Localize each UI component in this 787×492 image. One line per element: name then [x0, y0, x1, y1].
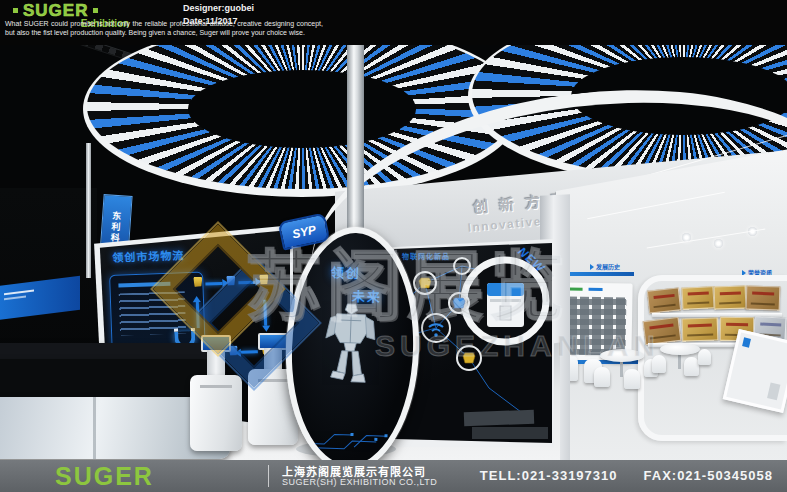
contact-info: TELL:021-33197310 FAX:021-50345058	[480, 468, 773, 483]
screen-heading	[118, 282, 170, 288]
interactive-kiosk	[190, 335, 242, 451]
booth-render: 创新方案 · 智享人生 Innovative solutions for sma…	[0, 45, 787, 460]
kiosk-label	[258, 379, 288, 382]
table	[660, 343, 700, 355]
award-plaque	[681, 286, 714, 310]
history-section-header: 发展历史	[590, 262, 620, 271]
footer-logo: SUGER	[55, 462, 154, 491]
bin-icon	[463, 353, 475, 363]
logo-square-icon	[93, 8, 98, 13]
blue-stripe	[568, 272, 634, 276]
right-display-area: 发展历史 荣誉资质	[556, 143, 787, 460]
flow-arrow-icon	[238, 281, 255, 284]
bin-icon	[453, 298, 465, 308]
arrow-marker-icon	[590, 264, 594, 270]
footer-divider	[268, 465, 269, 487]
fax: FAX:021-50345058	[644, 468, 773, 483]
table	[600, 349, 644, 362]
telephone: TELL:021-33197310	[480, 468, 618, 483]
logo-square-icon	[13, 8, 18, 13]
chair	[698, 349, 711, 365]
company-name-english: SUGER(SH) EXHIBITION CO.,LTD	[282, 477, 437, 487]
flow-arrow-icon	[264, 300, 267, 326]
award-plaque	[647, 287, 681, 313]
bin-icon	[193, 277, 202, 287]
bin-icon	[419, 278, 431, 288]
spotlight	[714, 239, 723, 248]
market-wall-title: 领创市场物流	[112, 246, 185, 265]
chair	[684, 357, 699, 376]
oval-title-line1: 领创	[331, 262, 362, 282]
robot-graphic	[317, 297, 382, 391]
banner-pole	[86, 143, 91, 278]
award-plaque	[746, 285, 781, 310]
bin-icon	[259, 274, 268, 284]
canopy-etch-line	[647, 229, 766, 249]
bin-icon	[226, 275, 235, 285]
chair	[624, 369, 640, 389]
sign-logo-mark	[742, 337, 751, 347]
designer-credit: Designer:guobei	[183, 2, 254, 15]
flow-arrow-icon	[205, 282, 222, 285]
award-plaque	[714, 285, 747, 309]
design-board: SUGER Exhibition Designer:guobei Date:11…	[0, 0, 787, 492]
kiosk-label	[200, 385, 231, 388]
photo-thumbnails	[567, 296, 626, 355]
center-pole	[347, 45, 364, 240]
company-description: What SUGER could promise is not only the…	[5, 19, 323, 38]
chair	[594, 367, 610, 387]
award-plaque	[682, 317, 719, 341]
chair	[652, 355, 666, 373]
footer-bar: SUGER 上海苏阁展览展示有限公司 SUGER(SH) EXHIBITION …	[0, 460, 787, 492]
header-bar: SUGER Exhibition Designer:guobei Date:11…	[0, 0, 787, 45]
sign-figure	[767, 382, 780, 400]
award-plaque	[643, 317, 682, 345]
canopy-etch-line	[587, 192, 725, 220]
